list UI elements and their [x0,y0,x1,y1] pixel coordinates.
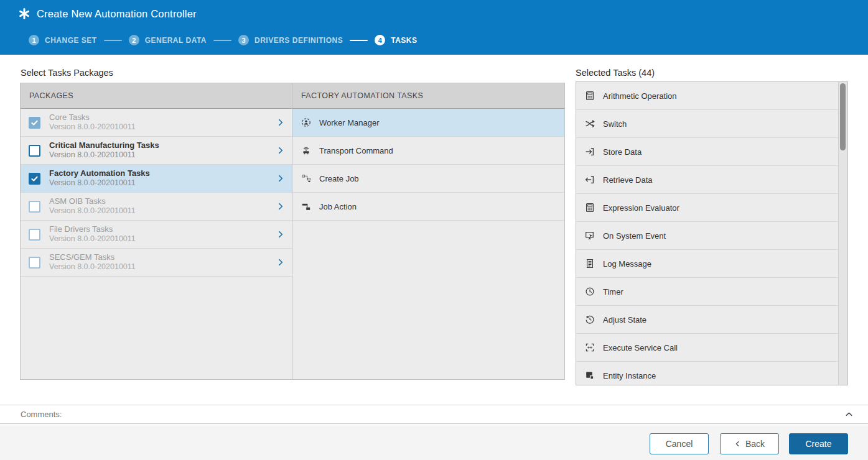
footer: Cancel Back Create [0,425,868,460]
selected-task-row-retrieve-data[interactable]: Retrieve Data [576,166,839,194]
dialog-title: Create New Automation Controller [37,8,197,20]
package-info: SECS/GEM TasksVersion 8.0.0-202010011 [49,252,274,272]
wizard-steps: 1CHANGE SET2GENERAL DATA3DRIVERS DEFINIT… [29,35,418,45]
package-task-row-create-job[interactable]: Create Job [292,165,564,193]
worker-manager-icon [301,117,311,127]
package-info: Critical Manufacturing TasksVersion 8.0.… [49,140,274,160]
package-checkbox[interactable] [29,229,40,241]
create-button[interactable]: Create [789,433,848,454]
log-message-icon [585,259,595,269]
packages-row-list: Core TasksVersion 8.0.0-202010011Critica… [21,109,292,277]
dialog-title-row: Create New Automation Controller [19,6,197,21]
chevron-right-icon[interactable] [274,145,286,155]
job-action-icon [301,201,311,211]
execute-service-call-icon [585,343,595,352]
package-info: Factory Automation TasksVersion 8.0.0-20… [49,168,274,188]
cancel-button[interactable]: Cancel [650,433,709,454]
adjust-state-icon [585,315,595,324]
selected-task-label: Arithmetic Operation [603,91,677,101]
package-info: File Drivers TasksVersion 8.0.0-20201001… [49,224,274,244]
selected-task-row-on-system-event[interactable]: On System Event [576,222,839,250]
package-row-factory-automation-tasks[interactable]: Factory Automation TasksVersion 8.0.0-20… [21,165,292,193]
dialog-header: Create New Automation Controller 1CHANGE… [0,0,868,55]
package-row-asm-oib-tasks[interactable]: ASM OIB TasksVersion 8.0.0-202010011 [21,193,292,221]
package-row-critical-manufacturing-tasks[interactable]: Critical Manufacturing TasksVersion 8.0.… [21,137,292,165]
package-info: Core TasksVersion 8.0.0-202010011 [49,113,274,132]
package-name: Core Tasks [49,113,274,122]
selected-task-label: Entity Instance [603,371,656,380]
package-name: File Drivers Tasks [49,224,274,234]
package-task-label: Worker Manager [319,118,380,127]
package-task-row-worker-manager[interactable]: Worker Manager [292,109,564,137]
selected-task-row-expression-evaluator[interactable]: Expression Evaluator [576,194,839,222]
step-number: 4 [375,35,385,45]
chevron-right-icon[interactable] [274,229,286,239]
chevron-right-icon[interactable] [274,257,286,267]
selected-task-row-entity-instance[interactable]: Entity Instance [576,362,839,385]
create-button-label: Create [805,439,831,449]
selected-task-label: Store Data [603,147,642,157]
step-label: TASKS [391,36,417,45]
retrieve-data-icon [585,175,595,185]
step-connector [350,40,368,41]
chevron-right-icon[interactable] [274,201,286,211]
selected-task-row-timer[interactable]: Timer [576,278,839,306]
package-task-label: Job Action [319,202,357,211]
package-name: Critical Manufacturing Tasks [49,140,274,150]
package-version: Version 8.0.0-202010011 [49,262,274,272]
package-tasks-column: FACTORY AUTOMATION TASKS Worker ManagerT… [292,83,564,379]
chevron-up-icon[interactable] [844,410,854,419]
comments-label: Comments: [21,410,62,419]
back-button[interactable]: Back [720,433,779,454]
package-version: Version 8.0.0-202010011 [49,178,274,188]
package-checkbox[interactable] [29,145,40,157]
package-task-row-job-action[interactable]: Job Action [292,193,564,221]
selected-task-row-arithmetic-operation[interactable]: Arithmetic Operation [576,82,839,110]
step-number: 3 [238,35,249,45]
packages-column-header: PACKAGES [21,83,292,109]
entity-instance-icon [585,370,595,380]
selected-task-row-store-data[interactable]: Store Data [576,138,839,166]
scrollbar-track[interactable] [838,82,847,385]
step-tasks[interactable]: 4TASKS [375,35,417,45]
package-tasks-row-list: Worker ManagerTransport CommandCreate Jo… [292,109,564,221]
step-connector [213,40,231,41]
scrollbar-thumb[interactable] [840,83,846,150]
package-checkbox[interactable] [29,173,40,185]
step-label: GENERAL DATA [145,36,207,45]
packages-column: PACKAGES Core TasksVersion 8.0.0-2020100… [21,83,292,379]
package-row-file-drivers-tasks[interactable]: File Drivers TasksVersion 8.0.0-20201001… [21,221,292,249]
step-general-data[interactable]: 2GENERAL DATA [129,35,207,45]
back-button-label: Back [745,439,765,449]
selected-task-label: Switch [603,119,627,129]
selected-task-label: Timer [603,287,623,297]
step-connector [104,40,122,41]
package-checkbox[interactable] [29,201,40,213]
package-row-secs-gem-tasks[interactable]: SECS/GEM TasksVersion 8.0.0-202010011 [21,249,292,277]
selected-tasks-panel: Arithmetic OperationSwitchStore DataRetr… [576,81,848,385]
packages-section-title: Select Tasks Packages [21,68,113,78]
timer-icon [585,287,595,297]
package-row-core-tasks[interactable]: Core TasksVersion 8.0.0-202010011 [21,109,292,137]
package-task-row-transport-command[interactable]: Transport Command [292,137,564,165]
package-info: ASM OIB TasksVersion 8.0.0-202010011 [49,196,274,216]
package-version: Version 8.0.0-202010011 [49,122,274,132]
selected-task-row-switch[interactable]: Switch [576,110,839,138]
package-checkbox[interactable] [29,117,40,129]
selected-task-label: Adjust State [603,315,646,324]
selected-tasks-list: Arithmetic OperationSwitchStore DataRetr… [576,82,839,385]
step-drivers-definitions[interactable]: 3DRIVERS DEFINITIONS [238,35,343,45]
selected-task-row-log-message[interactable]: Log Message [576,250,839,278]
chevron-left-icon [734,440,741,448]
step-change-set[interactable]: 1CHANGE SET [29,35,97,45]
step-number: 2 [129,35,139,45]
selected-tasks-title: Selected Tasks (44) [576,68,655,78]
selected-task-row-adjust-state[interactable]: Adjust State [576,306,839,334]
chevron-right-icon[interactable] [274,117,286,127]
package-checkbox[interactable] [29,257,40,269]
chevron-right-icon[interactable] [274,173,286,183]
selected-task-row-execute-service-call[interactable]: Execute Service Call [576,334,839,362]
comments-bar[interactable]: Comments: [0,405,868,424]
asterisk-icon [19,8,30,19]
package-task-label: Create Job [319,174,359,183]
